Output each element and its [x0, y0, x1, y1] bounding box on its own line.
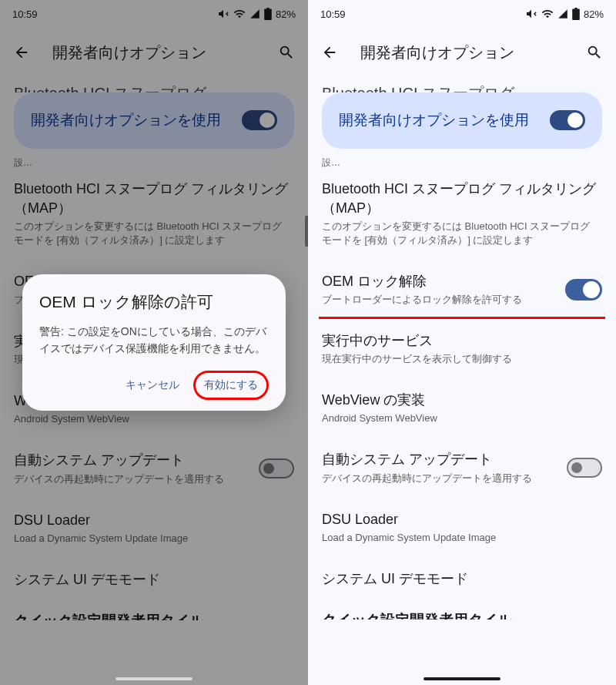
autoupdate-switch[interactable] — [259, 458, 294, 478]
webview-title: WebView の実装 — [322, 391, 602, 410]
dialog-actions: キャンセル 有効にする — [39, 371, 269, 400]
bt-filter-setting[interactable]: Bluetooth HCI スヌープログ フィルタリング（MAP） このオプショ… — [308, 167, 616, 260]
page-title: 開発者向けオプション — [354, 42, 570, 63]
page-title: 開発者向けオプション — [46, 42, 262, 63]
autoupdate-switch[interactable] — [567, 458, 602, 478]
oem-unlock-dialog: OEM ロック解除の許可 警告: この設定をONにしている場合、このデバイスでは… — [22, 274, 286, 411]
running-services-setting[interactable]: 実行中のサービス 現在実行中のサービスを表示して制御する — [308, 319, 616, 378]
demo-title: システム UI デモモード — [322, 569, 602, 589]
mute-icon — [525, 8, 537, 20]
back-arrow-icon — [13, 44, 30, 61]
svg-rect-1 — [573, 11, 578, 19]
status-bar: 10:59 82% — [0, 0, 308, 28]
master-switch[interactable] — [550, 110, 585, 130]
wifi-icon — [541, 8, 554, 20]
dsu-sub: Load a Dynamic System Update Image — [14, 532, 294, 546]
back-button[interactable] — [6, 37, 37, 68]
back-button[interactable] — [314, 37, 345, 68]
running-title: 実行中のサービス — [322, 331, 602, 351]
autoupdate-title: 自動システム アップデート — [14, 451, 224, 470]
dsu-sub: Load a Dynamic System Update Image — [322, 531, 602, 545]
wifi-icon — [233, 8, 246, 20]
autoupdate-setting[interactable]: 自動システム アップデート デバイスの再起動時にアップデートを適用する — [0, 438, 308, 498]
search-button[interactable] — [579, 37, 610, 68]
oem-unlock-setting[interactable]: OEM ロック解除 ブートローダーによるロック解除を許可する — [308, 260, 616, 316]
hero-label: 開発者向けオプションを使用 — [339, 109, 529, 132]
bottom-cutoff-setting: クイック設定開発者用タイル — [308, 601, 616, 620]
demo-mode-setting[interactable]: システム UI デモモード — [0, 558, 308, 602]
oem-switch[interactable] — [565, 279, 602, 301]
nav-bar-indicator[interactable] — [424, 677, 500, 680]
battery-icon — [572, 8, 580, 20]
autoupdate-sub: デバイスの再起動時にアップデートを適用する — [14, 472, 224, 486]
cutoff-subtext: 設… — [308, 156, 616, 167]
cutoff-subtext: 設… — [0, 156, 308, 167]
dsu-setting[interactable]: DSU Loader Load a Dynamic System Update … — [308, 498, 616, 557]
dialog-title: OEM ロック解除の許可 — [39, 291, 269, 313]
bt-filter-setting[interactable]: Bluetooth HCI スヌープログ フィルタリング（MAP） このオプショ… — [0, 167, 308, 260]
dsu-title: DSU Loader — [322, 510, 602, 529]
status-time: 10:59 — [320, 8, 346, 20]
oem-title: OEM ロック解除 — [322, 272, 522, 291]
back-arrow-icon — [321, 44, 338, 61]
dsu-setting[interactable]: DSU Loader Load a Dynamic System Update … — [0, 499, 308, 558]
battery-percent: 82% — [584, 8, 604, 20]
app-header: 開発者向けオプション — [308, 28, 616, 77]
status-bar: 10:59 82% — [308, 0, 616, 28]
bt-filter-title: Bluetooth HCI スヌープログ フィルタリング（MAP） — [14, 180, 294, 218]
signal-icon — [249, 8, 260, 19]
running-sub: 現在実行中のサービスを表示して制御する — [322, 352, 602, 366]
phone-screenshot-right: 10:59 82% 開発者向けオプション Bluetooth HCI スヌープロ… — [308, 0, 616, 685]
status-icons-group: 82% — [525, 8, 604, 20]
search-icon — [278, 44, 295, 61]
webview-sub: Android System WebView — [322, 411, 602, 425]
dev-options-master-toggle[interactable]: 開発者向けオプションを使用 — [14, 92, 294, 149]
dialog-message: 警告: この設定をONにしている場合、このデバイスではデバイス保護機能を利用でき… — [39, 324, 269, 357]
mute-icon — [217, 8, 229, 20]
search-icon — [586, 44, 603, 61]
webview-sub: Android System WebView — [14, 412, 294, 426]
nav-bar-indicator[interactable] — [116, 677, 192, 680]
svg-rect-0 — [265, 11, 270, 19]
dsu-title: DSU Loader — [14, 511, 294, 530]
signal-icon — [557, 8, 568, 19]
status-icons-group: 82% — [217, 8, 296, 20]
partial-setting-top: Bluetooth HCI スヌープログ — [308, 77, 616, 92]
dev-options-master-toggle[interactable]: 開発者向けオプションを使用 — [322, 92, 602, 149]
scroll-indicator — [305, 216, 308, 247]
battery-icon — [264, 8, 272, 20]
settings-content: Bluetooth HCI スヌープログ 開発者向けオプションを使用 設… Bl… — [308, 77, 616, 620]
demo-title: システム UI デモモード — [14, 570, 294, 589]
bt-filter-title: Bluetooth HCI スヌープログ フィルタリング（MAP） — [322, 180, 602, 218]
bt-filter-sub: このオプションを変更するには Bluetooth HCI スヌープログ モードを… — [322, 220, 602, 247]
hero-label: 開発者向けオプションを使用 — [31, 109, 221, 132]
battery-percent: 82% — [276, 8, 296, 20]
partial-setting-top: Bluetooth HCI スヌープログ — [0, 77, 308, 92]
bt-filter-sub: このオプションを変更するには Bluetooth HCI スヌープログ モードを… — [14, 220, 294, 247]
master-switch[interactable] — [242, 110, 277, 130]
bottom-cutoff-setting: クイック設定開発者用タイル — [0, 602, 308, 620]
autoupdate-setting[interactable]: 自動システム アップデート デバイスの再起動時にアップデートを適用する — [308, 438, 616, 497]
search-button[interactable] — [271, 37, 302, 68]
webview-setting[interactable]: WebView の実装 Android System WebView — [308, 378, 616, 438]
dialog-overlay: OEM ロック解除の許可 警告: この設定をONにしている場合、このデバイスでは… — [0, 0, 308, 685]
app-header: 開発者向けオプション — [0, 28, 308, 77]
status-time: 10:59 — [12, 8, 38, 20]
phone-screenshot-left: 10:59 82% 開発者向けオプション Bluetooth HCI スヌープロ… — [0, 0, 308, 685]
autoupdate-sub: デバイスの再起動時にアップデートを適用する — [322, 472, 532, 485]
cancel-button[interactable]: キャンセル — [116, 371, 189, 400]
oem-sub: ブートローダーによるロック解除を許可する — [322, 293, 522, 307]
autoupdate-title: 自動システム アップデート — [322, 450, 532, 469]
enable-button[interactable]: 有効にする — [193, 371, 269, 400]
demo-mode-setting[interactable]: システム UI デモモード — [308, 557, 616, 601]
